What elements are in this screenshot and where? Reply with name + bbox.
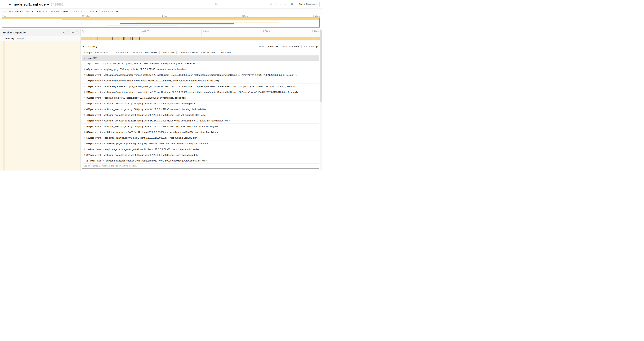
- divider: [71, 10, 71, 13]
- prev-match-icon[interactable]: ∧: [274, 3, 278, 6]
- log-row[interactable]: 486μs: event = ‹sql/conn_executor_exec.g…: [82, 112, 319, 118]
- log-row[interactable]: 459μs: event = ‹sql/conn_executor_exec.g…: [82, 101, 319, 106]
- log-row[interactable]: 80μs: event = ‹sql/plan_opt.go:358 [nsql…: [82, 66, 319, 72]
- span-detail-meta: Service:node sql1 Duration:2.79ms Start …: [259, 45, 319, 48]
- minimap-span-bar: [107, 25, 177, 26]
- back-button[interactable]: ←: [2, 2, 6, 7]
- chevron-right-icon: [84, 103, 85, 104]
- log-field-value: ‹sql/conn_executor_exec.go:684 [nsql1,cl…: [105, 148, 199, 151]
- log-row[interactable]: 2.7ms: event = ‹sql/conn_executor_exec.g…: [82, 152, 319, 158]
- collapse-all-button[interactable]: [76, 32, 78, 33]
- link-icon[interactable]: [314, 170, 317, 171]
- logs-header[interactable]: Logs (18): [82, 56, 319, 61]
- log-equals: =: [102, 74, 103, 76]
- span-name-column[interactable]: node sql1 sql query: [0, 36, 81, 41]
- log-field-value: ‹sql/catalog/lease/descriptor_version_st…: [104, 74, 298, 76]
- log-row[interactable]: 189μs: event = ‹sql/catalog/lease/descri…: [82, 84, 319, 89]
- next-match-icon[interactable]: ∨: [280, 3, 282, 6]
- chevron-right-icon: [84, 154, 85, 156]
- log-field-key: event: [95, 97, 101, 99]
- tags-row[interactable]: Tags: _unfinished=1_verbose=1client=127.…: [82, 50, 319, 56]
- log-marker: [314, 37, 314, 40]
- log-field-key: event: [95, 74, 101, 76]
- log-field-key: event: [95, 137, 101, 139]
- trace-view-dropdown[interactable]: Trace Timeline: [297, 2, 320, 7]
- ruler-tick-label: 2.09ms: [263, 30, 270, 33]
- log-timestamp: 189μs:: [86, 85, 94, 88]
- log-row[interactable]: 574μs: event = ‹sql/distsql_running.go:1…: [82, 129, 319, 135]
- log-timestamp: 502μs:: [86, 125, 94, 128]
- chevron-down-icon[interactable]: [8, 2, 12, 5]
- log-timestamp: 597μs:: [86, 137, 94, 139]
- keyboard-shortcuts-button[interactable]: ⌘: [289, 2, 295, 7]
- minimap-tick-labels: 0μs697.75μs1.4ms2.09ms2.79ms: [2, 14, 320, 18]
- log-row[interactable]: 201μs: event = ‹sql/catalog/lease/descri…: [82, 89, 319, 95]
- minimap-span-bar: [66, 26, 114, 26]
- header-actions: ⊕ ∧ ∨ × ⌘ Trace Timeline: [212, 2, 320, 7]
- log-equals: =: [102, 97, 103, 99]
- minimap-span-bar: [120, 23, 234, 25]
- find-input[interactable]: [212, 2, 268, 7]
- log-field-key: event: [95, 102, 101, 105]
- ruler-tick-label: 697.75μs: [142, 30, 152, 33]
- log-row[interactable]: 176μs: event = ‹sql/catalog/descs/descri…: [82, 78, 319, 84]
- log-row[interactable]: 2.69ms: event = ‹sql/conn_executor_exec.…: [82, 146, 319, 152]
- ruler-tick: 697.75μs: [141, 29, 152, 36]
- span-indent-guide: [3, 41, 5, 171]
- minimap-canvas[interactable]: [2, 18, 320, 28]
- tag-item: client=127.0.0.1:59936: [130, 51, 157, 54]
- chevron-down-icon[interactable]: [2, 38, 3, 39]
- services-item: Services 2: [73, 10, 84, 13]
- log-equals: =: [102, 85, 103, 88]
- chevron-right-icon: [84, 120, 85, 121]
- collapse-one-button[interactable]: [68, 32, 69, 33]
- log-field-value: ‹sql/conn_executor_exec.go:684 [nsql1,cl…: [104, 108, 206, 111]
- minimap-span-bar: [62, 19, 320, 20]
- log-row[interactable]: 476μs: event = ‹sql/conn_executor_exec.g…: [82, 106, 319, 112]
- span-tree-gutter: [0, 41, 81, 171]
- scrollbar-thumb[interactable]: [320, 30, 322, 102]
- expand-all-button[interactable]: [72, 32, 74, 33]
- vertical-scrollbar[interactable]: [320, 29, 322, 171]
- log-row[interactable]: 495μs: event = ‹sql/conn_executor_exec.g…: [82, 118, 319, 124]
- log-timestamp: 459μs:: [86, 102, 94, 105]
- log-timestamp: 2.69ms:: [86, 148, 95, 151]
- log-row[interactable]: 34μs: event = ‹sql/exec_util.go:2297 [ns…: [82, 61, 319, 66]
- log-row[interactable]: 678μs: event = ‹sql/distsql_physical_pla…: [82, 141, 319, 146]
- logs-list: 34μs: event = ‹sql/exec_util.go:2297 [ns…: [82, 61, 319, 164]
- log-marker: [88, 37, 88, 40]
- expand-one-button[interactable]: [64, 32, 65, 33]
- log-row[interactable]: 366μs: event = ‹sql/plan_opt.go:358 [nsq…: [82, 95, 319, 101]
- chevron-right-icon: [84, 63, 85, 64]
- tag-item: node=sql1: [160, 51, 174, 54]
- clear-search-icon[interactable]: ×: [284, 3, 288, 6]
- chevron-right-icon: [84, 91, 85, 93]
- log-field-value: ‹sql/conn_executor_exec.go:2046 [nsql1,c…: [105, 159, 208, 162]
- log-timestamp: 2.7ms:: [86, 154, 94, 156]
- log-field-key: event: [95, 142, 101, 145]
- log-field-value: ‹sql/distsql_running.go:1420 [nsql1,clie…: [104, 131, 218, 133]
- span-bar[interactable]: [81, 37, 322, 40]
- tag-item: user=root: [218, 51, 231, 54]
- log-field-key: event: [95, 125, 101, 128]
- log-row[interactable]: 2.79ms: event = ‹sql/conn_executor_exec.…: [82, 158, 319, 164]
- minimap-tick-label: 2.09ms: [241, 15, 248, 17]
- timeline-ruler[interactable]: 0μs697.75μs1.4ms2.09ms2.79ms: [81, 29, 322, 36]
- chevron-right-icon: [84, 137, 85, 138]
- log-equals: =: [102, 79, 103, 82]
- log-field-value: ‹sql/plan_opt.go:358 [nsql1,client=127.0…: [104, 97, 186, 99]
- log-row[interactable]: 142μs: event = ‹sql/catalog/lease/descri…: [82, 72, 319, 78]
- log-row[interactable]: 597μs: event = ‹sql/distsql_running.go:4…: [82, 135, 319, 141]
- log-field-value: ‹sql/conn_executor_exec.go:684 [nsql1,cl…: [104, 154, 198, 156]
- minimap-span-bar: [82, 20, 279, 21]
- minimap-span-bar: [88, 21, 183, 21]
- log-timestamp: 486μs:: [86, 114, 94, 116]
- log-row[interactable]: 502μs: event = ‹sql/conn_executor_exec.g…: [82, 124, 319, 129]
- log-timestamp: 366μs:: [86, 97, 94, 99]
- span-row[interactable]: node sql1 sql query: [0, 36, 322, 41]
- log-equals: =: [103, 148, 104, 151]
- log-field-value: ‹sql/plan_opt.go:358 [nsql1,client=127.0…: [103, 68, 186, 71]
- log-field-key: event: [95, 91, 101, 93]
- span-timeline[interactable]: [81, 36, 322, 41]
- locate-icon[interactable]: ⊕: [270, 3, 273, 6]
